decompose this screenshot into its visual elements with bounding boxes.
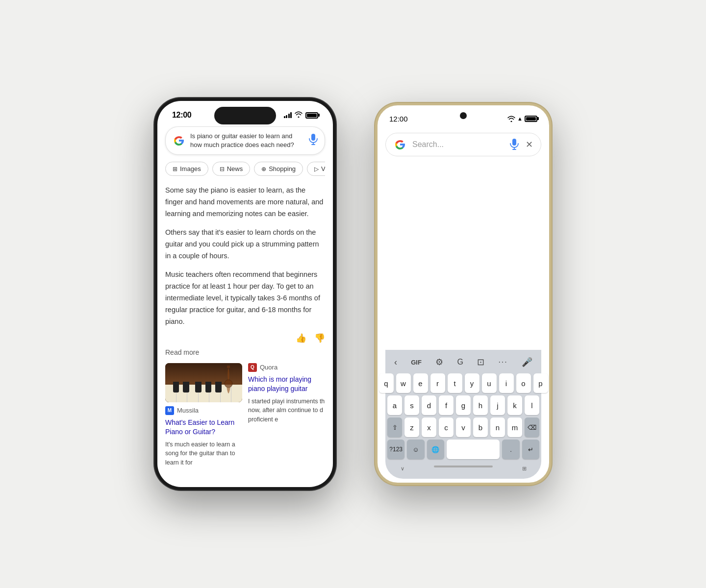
ai-paragraph-1: Some say the piano is easier to learn, a…	[165, 185, 325, 220]
key-shift[interactable]: ⇧	[387, 417, 402, 437]
iphone-screen: 12:00	[157, 101, 333, 487]
key-x[interactable]: x	[422, 417, 436, 437]
key-k[interactable]: k	[507, 395, 522, 415]
kb-translate-icon[interactable]: G	[454, 356, 466, 368]
video-tab-icon: ▷	[314, 166, 319, 172]
mussila-result-text: It's much easier to learn a song for the…	[165, 440, 242, 467]
key-a[interactable]: a	[387, 395, 402, 415]
key-n[interactable]: n	[490, 417, 505, 437]
android-keyboard[interactable]: ‹ GIF ⚙ G ⊡ ··· 🎤 q w e r t y u	[385, 350, 541, 479]
thumbs-up-icon[interactable]: 👍	[296, 333, 306, 343]
ai-paragraph-3: Music teachers often recommend that begi…	[165, 269, 325, 328]
key-l[interactable]: l	[525, 395, 539, 415]
mic-icon[interactable]	[309, 134, 318, 148]
tab-news-label: News	[227, 165, 243, 172]
key-s[interactable]: s	[404, 395, 419, 415]
key-u[interactable]: u	[482, 373, 497, 393]
key-e[interactable]: e	[413, 373, 428, 393]
kb-settings-icon[interactable]: ⚙	[432, 355, 446, 369]
result-card-mussila[interactable]: M Mussila What's Easier to Learn Piano o…	[165, 363, 242, 467]
key-numbers[interactable]: ?123	[387, 440, 404, 459]
ai-paragraph-2: Others say that it's easier to learn cho…	[165, 227, 325, 262]
key-v[interactable]: v	[456, 417, 471, 437]
svg-rect-8	[512, 139, 516, 146]
tab-shopping-label: Shopping	[269, 165, 296, 172]
android-screen: 12:00 ▲	[378, 105, 549, 483]
android-wifi-icon	[507, 116, 515, 122]
key-emoji[interactable]: ☺	[407, 440, 424, 459]
quora-result-text: I started playi instruments th now, afte…	[248, 397, 325, 424]
mussila-source-name: Mussila	[177, 407, 199, 414]
android-status-icons: ▲	[507, 116, 537, 122]
android-close-icon[interactable]: ✕	[526, 139, 533, 150]
nav-keyboard-icon[interactable]: ⊞	[522, 466, 527, 472]
iphone-search-bar[interactable]: Is piano or guitar easier to learn and h…	[165, 126, 325, 155]
android-search-action-icons: ✕	[510, 139, 533, 150]
result-card-quora[interactable]: Q Quora Which is mor playing piano playi…	[248, 363, 325, 467]
key-w[interactable]: w	[396, 373, 411, 393]
key-d[interactable]: d	[422, 395, 436, 415]
quora-icon: Q	[248, 363, 257, 372]
key-m[interactable]: m	[507, 417, 522, 437]
android-search-bar[interactable]: Search... ✕	[385, 133, 541, 156]
android-empty-area	[385, 164, 541, 350]
tab-video[interactable]: ▷ Vide...	[307, 162, 325, 176]
key-c[interactable]: c	[439, 417, 454, 437]
key-j[interactable]: j	[490, 395, 505, 415]
key-p[interactable]: p	[533, 373, 548, 393]
android-search-placeholder[interactable]: Search...	[412, 140, 504, 149]
kb-more-icon[interactable]: ···	[495, 356, 510, 368]
key-z[interactable]: z	[404, 417, 419, 437]
key-f[interactable]: f	[439, 395, 454, 415]
key-period[interactable]: .	[502, 440, 519, 459]
dynamic-island	[214, 107, 276, 124]
key-space[interactable]	[447, 440, 500, 459]
android-google-logo	[394, 138, 406, 151]
android-content-area: Search... ✕ ‹ GIF ⚙	[378, 129, 549, 483]
iphone-clock: 12:00	[172, 111, 191, 120]
android-signal-icon: ▲	[517, 116, 523, 122]
keyboard-bottom-row: ?123 ☺ 🌐 . ↵	[387, 440, 539, 459]
keyboard-row-2: a s d f g h j k l	[387, 395, 539, 415]
key-i[interactable]: i	[499, 373, 514, 393]
kb-sticker-icon[interactable]: ⊡	[474, 355, 487, 369]
battery-icon	[305, 112, 318, 119]
key-g[interactable]: g	[456, 395, 471, 415]
key-r[interactable]: r	[430, 373, 445, 393]
iphone-device: 12:00	[154, 98, 336, 490]
thumbs-down-icon[interactable]: 👎	[314, 333, 325, 343]
result-image-piano	[165, 363, 242, 402]
kb-back-icon[interactable]: ‹	[391, 355, 400, 369]
android-mic-icon[interactable]	[510, 139, 519, 150]
read-more-link[interactable]: Read more	[165, 348, 325, 356]
filter-tabs: ⊞ Images ⊟ News ⊕ Shopping ▷ Vide...	[165, 162, 325, 176]
android-home-bar	[434, 466, 493, 467]
key-enter[interactable]: ↵	[522, 440, 539, 459]
google-logo	[173, 134, 185, 147]
kb-mic-toolbar-icon[interactable]: 🎤	[519, 355, 535, 369]
tab-shopping[interactable]: ⊕ Shopping	[254, 162, 303, 176]
tab-images[interactable]: ⊞ Images	[165, 162, 208, 176]
key-delete[interactable]: ⌫	[525, 417, 539, 437]
tab-images-label: Images	[180, 165, 201, 172]
android-nav-bar: ∨ ⊞	[387, 462, 539, 474]
key-q[interactable]: q	[379, 373, 394, 393]
mussila-result-title[interactable]: What's Easier to Learn Piano or Guitar?	[165, 418, 242, 437]
nav-chevron-down[interactable]: ∨	[401, 466, 404, 472]
key-h[interactable]: h	[473, 395, 488, 415]
key-b[interactable]: b	[473, 417, 488, 437]
key-t[interactable]: t	[448, 373, 462, 393]
key-y[interactable]: y	[465, 373, 479, 393]
result-source-quora: Q Quora	[248, 363, 325, 372]
keyboard-toolbar: ‹ GIF ⚙ G ⊡ ··· 🎤	[387, 353, 539, 373]
iphone-content-area[interactable]: Is piano or guitar easier to learn and h…	[157, 126, 333, 487]
tab-news[interactable]: ⊟ News	[212, 162, 251, 176]
quora-source-name: Quora	[260, 364, 277, 371]
mussila-icon: M	[165, 406, 174, 415]
key-o[interactable]: o	[516, 373, 531, 393]
quora-result-title[interactable]: Which is mor playing piano playing guita…	[248, 375, 325, 394]
kb-gif-button[interactable]: GIF	[408, 357, 425, 368]
keyboard-row-1: q w e r t y u i o p	[387, 373, 539, 393]
shopping-tab-icon: ⊕	[261, 166, 266, 172]
key-globe[interactable]: 🌐	[427, 440, 444, 459]
